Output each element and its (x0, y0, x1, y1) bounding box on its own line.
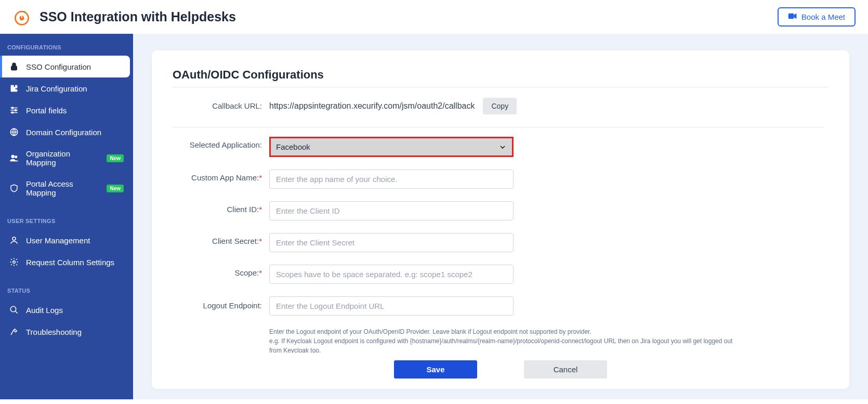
svg-rect-4 (11, 66, 17, 70)
svg-point-15 (12, 237, 16, 240)
save-button[interactable]: Save (394, 360, 477, 379)
svg-rect-3 (788, 14, 794, 19)
sidebar-item-label: Request Column Settings (26, 258, 114, 267)
sidebar-item-label: Jira Configuration (26, 84, 87, 93)
client-id-row: Client ID:* (173, 201, 824, 220)
sidebar-section-status: STATUS (0, 284, 133, 299)
gear-icon (9, 257, 19, 267)
page-title: SSO Integration with Helpdesks (40, 9, 236, 24)
client-secret-input[interactable] (269, 233, 514, 252)
custom-app-name-row: Custom App Name:* (173, 170, 824, 189)
sidebar-item-audit-logs[interactable]: Audit Logs (0, 299, 133, 321)
new-badge: New (107, 154, 124, 162)
divider (173, 127, 824, 127)
sidebar-item-domain-configuration[interactable]: Domain Configuration (0, 121, 133, 143)
client-id-label: Client ID:* (173, 201, 269, 214)
sidebar-item-sso-configuration[interactable]: SSO Configuration (0, 56, 130, 77)
callback-url-label: Callback URL: (173, 98, 269, 110)
config-card: OAuth/OIDC Configurations Callback URL: … (152, 50, 849, 389)
client-secret-row: Client Secret:* (173, 233, 824, 252)
puzzle-icon (9, 84, 19, 93)
user-icon (9, 236, 19, 245)
custom-app-name-input[interactable] (269, 170, 514, 189)
sidebar-item-label: Organization Mapping (26, 149, 97, 167)
svg-point-16 (13, 261, 16, 264)
svg-point-13 (11, 155, 15, 158)
svg-line-19 (11, 330, 14, 335)
new-badge: New (107, 185, 124, 192)
callback-url-row: Callback URL: https://appsintegration.xe… (173, 98, 824, 114)
svg-point-10 (12, 112, 14, 113)
sidebar: CONFIGURATIONS SSO Configuration Jira Co… (0, 34, 133, 399)
scope-label: Scope:* (173, 265, 269, 277)
client-id-input[interactable] (269, 201, 514, 220)
sidebar-item-jira-configuration[interactable]: Jira Configuration (0, 77, 133, 99)
logout-endpoint-row: Logout Endpoint: Enter the Logout endpoi… (173, 296, 824, 353)
scope-row: Scope:* (173, 265, 824, 284)
header-left: SSO Integration with Helpdesks (12, 8, 236, 27)
book-meet-button[interactable]: Book a Meet (778, 7, 856, 27)
callback-url-value: https://appsintegration.xecurify.com/jsm… (269, 101, 475, 111)
divider (173, 87, 828, 87)
card-title: OAuth/OIDC Configurations (173, 68, 828, 82)
cancel-button[interactable]: Cancel (524, 360, 607, 379)
lock-icon (9, 62, 19, 71)
custom-app-name-label: Custom App Name:* (173, 170, 269, 182)
svg-point-14 (15, 156, 18, 159)
svg-point-17 (10, 306, 16, 312)
app-logo-icon (12, 8, 31, 27)
logout-help-text: Enter the Logout endpoint of your OAuth/… (269, 327, 737, 353)
sidebar-item-troubleshooting[interactable]: Troubleshooting (0, 321, 133, 343)
globe-icon (9, 127, 19, 137)
action-bar: Save Cancel (173, 353, 828, 379)
svg-line-18 (15, 311, 18, 314)
scroll-area[interactable]: Callback URL: https://appsintegration.xe… (173, 98, 828, 353)
sidebar-item-label: Audit Logs (26, 306, 63, 315)
header: SSO Integration with Helpdesks Book a Me… (0, 0, 868, 34)
search-icon (9, 305, 19, 315)
sidebar-item-label: Portal Access Mapping (26, 179, 97, 197)
svg-rect-2 (21, 16, 22, 18)
copy-button[interactable]: Copy (483, 98, 517, 114)
scope-input[interactable] (269, 265, 514, 284)
sidebar-item-label: SSO Configuration (26, 62, 91, 71)
layout: CONFIGURATIONS SSO Configuration Jira Co… (0, 34, 868, 399)
logout-endpoint-label: Logout Endpoint: (173, 296, 269, 310)
callback-url-value-wrap: https://appsintegration.xecurify.com/jsm… (269, 98, 824, 114)
selected-application-row: Selected Application: Facebook (173, 137, 824, 157)
book-meet-label: Book a Meet (801, 12, 845, 21)
sidebar-item-user-management[interactable]: User Management (0, 229, 133, 251)
sidebar-item-label: Portal fields (26, 106, 67, 115)
hammer-icon (9, 327, 19, 336)
sliders-icon (9, 106, 19, 115)
svg-point-8 (12, 107, 14, 109)
sidebar-section-user-settings: USER SETTINGS (0, 215, 133, 229)
main-content: OAuth/OIDC Configurations Callback URL: … (133, 34, 868, 399)
sidebar-item-label: User Management (26, 236, 90, 245)
sidebar-item-label: Domain Configuration (26, 128, 101, 137)
sidebar-item-request-column-settings[interactable]: Request Column Settings (0, 251, 133, 273)
sidebar-item-portal-fields[interactable]: Portal fields (0, 99, 133, 121)
client-secret-label: Client Secret:* (173, 233, 269, 245)
svg-point-9 (15, 110, 17, 111)
video-icon (788, 12, 797, 21)
sidebar-item-organization-mapping[interactable]: Organization Mapping New (0, 143, 133, 173)
sidebar-section-configurations: CONFIGURATIONS (0, 41, 133, 56)
logout-endpoint-input[interactable] (269, 296, 514, 316)
shield-icon (9, 184, 19, 193)
users-icon (9, 153, 19, 163)
sidebar-item-portal-access-mapping[interactable]: Portal Access Mapping New (0, 173, 133, 203)
selected-application-select[interactable]: Facebook (269, 137, 514, 157)
sidebar-item-label: Troubleshooting (26, 328, 82, 336)
selected-application-label: Selected Application: (173, 137, 269, 149)
